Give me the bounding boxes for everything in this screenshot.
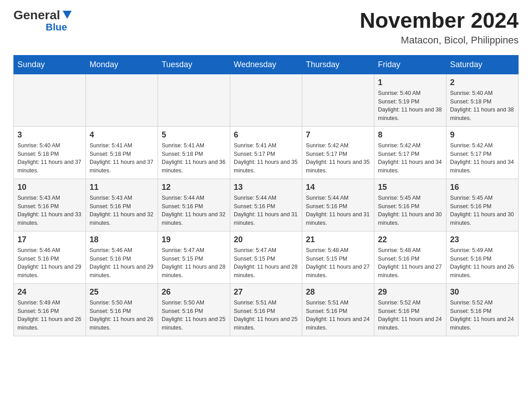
day-cell-19: 19Sunrise: 5:47 AMSunset: 5:15 PMDayligh… — [158, 231, 230, 283]
day-cell-29: 29Sunrise: 5:52 AMSunset: 5:16 PMDayligh… — [374, 283, 446, 336]
day-cell-28: 28Sunrise: 5:51 AMSunset: 5:16 PMDayligh… — [302, 283, 374, 336]
calendar-subtitle: Matacon, Bicol, Philippines — [360, 34, 519, 46]
empty-cell — [86, 74, 158, 126]
day-number: 14 — [306, 183, 370, 192]
week-row-4: 17Sunrise: 5:46 AMSunset: 5:16 PMDayligh… — [14, 231, 519, 283]
page-header: General Blue November 2024 Matacon, Bico… — [13, 9, 519, 46]
logo-triangle-icon — [61, 8, 73, 21]
logo-general-text: General — [13, 9, 60, 21]
day-cell-13: 13Sunrise: 5:44 AMSunset: 5:16 PMDayligh… — [230, 179, 302, 231]
day-number: 4 — [90, 130, 154, 140]
day-cell-10: 10Sunrise: 5:43 AMSunset: 5:16 PMDayligh… — [14, 179, 86, 231]
day-number: 15 — [378, 183, 442, 192]
day-cell-4: 4Sunrise: 5:41 AMSunset: 5:18 PMDaylight… — [86, 126, 158, 179]
week-row-1: 1Sunrise: 5:40 AMSunset: 5:19 PMDaylight… — [14, 74, 519, 126]
day-cell-24: 24Sunrise: 5:49 AMSunset: 5:16 PMDayligh… — [14, 283, 86, 336]
day-info: Sunrise: 5:52 AMSunset: 5:16 PMDaylight:… — [378, 299, 442, 332]
day-info: Sunrise: 5:47 AMSunset: 5:15 PMDaylight:… — [234, 246, 298, 280]
weekday-header-monday: Monday — [86, 55, 158, 74]
day-cell-21: 21Sunrise: 5:48 AMSunset: 5:15 PMDayligh… — [302, 231, 374, 283]
week-row-3: 10Sunrise: 5:43 AMSunset: 5:16 PMDayligh… — [14, 179, 519, 231]
day-cell-26: 26Sunrise: 5:50 AMSunset: 5:16 PMDayligh… — [158, 283, 230, 336]
day-info: Sunrise: 5:41 AMSunset: 5:18 PMDaylight:… — [90, 141, 154, 175]
day-number: 10 — [17, 183, 82, 192]
logo: General Blue — [13, 9, 73, 33]
day-cell-25: 25Sunrise: 5:50 AMSunset: 5:16 PMDayligh… — [86, 283, 158, 336]
day-number: 23 — [450, 235, 515, 244]
day-cell-11: 11Sunrise: 5:43 AMSunset: 5:16 PMDayligh… — [86, 179, 158, 231]
day-cell-3: 3Sunrise: 5:40 AMSunset: 5:18 PMDaylight… — [14, 126, 86, 179]
day-info: Sunrise: 5:40 AMSunset: 5:18 PMDaylight:… — [450, 89, 515, 123]
day-cell-14: 14Sunrise: 5:44 AMSunset: 5:16 PMDayligh… — [302, 179, 374, 231]
day-info: Sunrise: 5:51 AMSunset: 5:16 PMDaylight:… — [234, 299, 298, 332]
day-cell-17: 17Sunrise: 5:46 AMSunset: 5:16 PMDayligh… — [14, 231, 86, 283]
day-number: 5 — [162, 130, 226, 140]
day-info: Sunrise: 5:47 AMSunset: 5:15 PMDaylight:… — [162, 246, 226, 280]
logo-blue-text: Blue — [46, 21, 67, 33]
day-cell-9: 9Sunrise: 5:42 AMSunset: 5:17 PMDaylight… — [446, 126, 519, 179]
day-info: Sunrise: 5:41 AMSunset: 5:17 PMDaylight:… — [234, 141, 298, 175]
day-cell-22: 22Sunrise: 5:48 AMSunset: 5:16 PMDayligh… — [374, 231, 446, 283]
day-number: 6 — [234, 130, 298, 140]
weekday-header-saturday: Saturday — [446, 55, 519, 74]
day-number: 2 — [450, 78, 515, 87]
day-info: Sunrise: 5:50 AMSunset: 5:16 PMDaylight:… — [162, 299, 226, 332]
day-number: 17 — [17, 235, 82, 244]
day-info: Sunrise: 5:42 AMSunset: 5:17 PMDaylight:… — [378, 141, 442, 175]
weekday-header-sunday: Sunday — [14, 55, 86, 74]
day-info: Sunrise: 5:43 AMSunset: 5:16 PMDaylight:… — [17, 194, 82, 227]
day-number: 16 — [450, 183, 515, 192]
day-cell-7: 7Sunrise: 5:42 AMSunset: 5:17 PMDaylight… — [302, 126, 374, 179]
day-number: 29 — [378, 287, 442, 297]
day-number: 21 — [306, 235, 370, 244]
calendar-title: November 2024 — [360, 9, 519, 33]
day-info: Sunrise: 5:52 AMSunset: 5:16 PMDaylight:… — [450, 299, 515, 332]
day-info: Sunrise: 5:45 AMSunset: 5:16 PMDaylight:… — [450, 194, 515, 227]
empty-cell — [302, 74, 374, 126]
day-info: Sunrise: 5:49 AMSunset: 5:16 PMDaylight:… — [17, 299, 82, 332]
day-info: Sunrise: 5:48 AMSunset: 5:15 PMDaylight:… — [306, 246, 370, 280]
day-number: 7 — [306, 130, 370, 140]
empty-cell — [14, 74, 86, 126]
day-number: 19 — [162, 235, 226, 244]
day-info: Sunrise: 5:44 AMSunset: 5:16 PMDaylight:… — [306, 194, 370, 227]
day-info: Sunrise: 5:44 AMSunset: 5:16 PMDaylight:… — [234, 194, 298, 227]
day-info: Sunrise: 5:51 AMSunset: 5:16 PMDaylight:… — [306, 299, 370, 332]
day-cell-2: 2Sunrise: 5:40 AMSunset: 5:18 PMDaylight… — [446, 74, 519, 126]
svg-marker-0 — [63, 11, 72, 19]
day-cell-15: 15Sunrise: 5:45 AMSunset: 5:16 PMDayligh… — [374, 179, 446, 231]
day-number: 27 — [234, 287, 298, 297]
day-info: Sunrise: 5:44 AMSunset: 5:16 PMDaylight:… — [162, 194, 226, 227]
day-info: Sunrise: 5:41 AMSunset: 5:18 PMDaylight:… — [162, 141, 226, 175]
empty-cell — [230, 74, 302, 126]
day-info: Sunrise: 5:49 AMSunset: 5:16 PMDaylight:… — [450, 246, 515, 280]
day-info: Sunrise: 5:50 AMSunset: 5:16 PMDaylight:… — [90, 299, 154, 332]
day-number: 30 — [450, 287, 515, 297]
weekday-header-friday: Friday — [374, 55, 446, 74]
day-info: Sunrise: 5:45 AMSunset: 5:16 PMDaylight:… — [378, 194, 442, 227]
day-number: 24 — [17, 287, 82, 297]
day-number: 9 — [450, 130, 515, 140]
day-cell-8: 8Sunrise: 5:42 AMSunset: 5:17 PMDaylight… — [374, 126, 446, 179]
week-row-2: 3Sunrise: 5:40 AMSunset: 5:18 PMDaylight… — [14, 126, 519, 179]
week-row-5: 24Sunrise: 5:49 AMSunset: 5:16 PMDayligh… — [14, 283, 519, 336]
day-cell-30: 30Sunrise: 5:52 AMSunset: 5:16 PMDayligh… — [446, 283, 519, 336]
day-cell-20: 20Sunrise: 5:47 AMSunset: 5:15 PMDayligh… — [230, 231, 302, 283]
day-number: 20 — [234, 235, 298, 244]
day-cell-12: 12Sunrise: 5:44 AMSunset: 5:16 PMDayligh… — [158, 179, 230, 231]
day-info: Sunrise: 5:40 AMSunset: 5:19 PMDaylight:… — [378, 89, 442, 123]
day-number: 13 — [234, 183, 298, 192]
day-info: Sunrise: 5:43 AMSunset: 5:16 PMDaylight:… — [90, 194, 154, 227]
day-number: 18 — [90, 235, 154, 244]
weekday-header-row: SundayMondayTuesdayWednesdayThursdayFrid… — [14, 55, 519, 74]
day-info: Sunrise: 5:46 AMSunset: 5:16 PMDaylight:… — [17, 246, 82, 280]
day-cell-5: 5Sunrise: 5:41 AMSunset: 5:18 PMDaylight… — [158, 126, 230, 179]
day-number: 8 — [378, 130, 442, 140]
day-cell-18: 18Sunrise: 5:46 AMSunset: 5:16 PMDayligh… — [86, 231, 158, 283]
day-cell-1: 1Sunrise: 5:40 AMSunset: 5:19 PMDaylight… — [374, 74, 446, 126]
weekday-header-thursday: Thursday — [302, 55, 374, 74]
title-block: November 2024 Matacon, Bicol, Philippine… — [360, 9, 519, 46]
day-number: 12 — [162, 183, 226, 192]
weekday-header-wednesday: Wednesday — [230, 55, 302, 74]
day-info: Sunrise: 5:42 AMSunset: 5:17 PMDaylight:… — [450, 141, 515, 175]
